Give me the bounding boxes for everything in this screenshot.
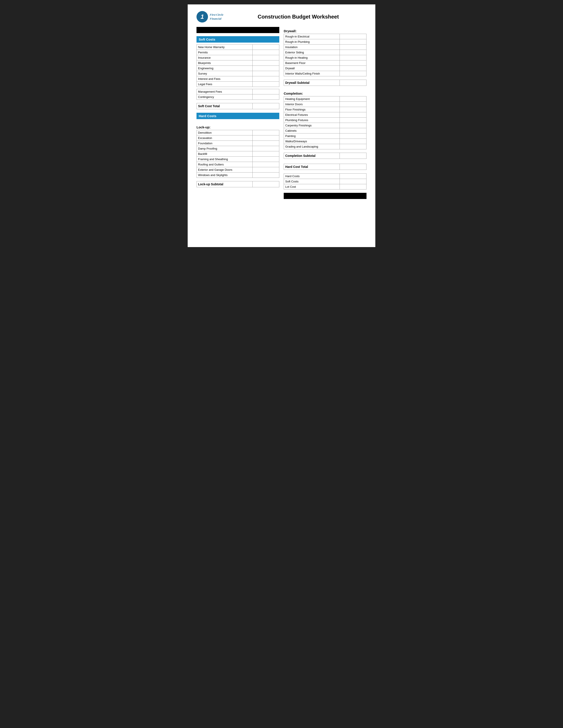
table-row: Excavation <box>196 135 279 141</box>
item-label: Backfill <box>197 151 252 156</box>
item-value[interactable] <box>340 55 366 60</box>
completion-subtotal-label: Completion Subtotal <box>284 153 340 159</box>
drywall-items: Rough-in ElectricalRough-in PlumbingInsu… <box>284 34 367 76</box>
item-value[interactable] <box>340 139 366 144</box>
item-value[interactable] <box>340 50 366 55</box>
item-value[interactable] <box>252 89 279 94</box>
completion-subtotal-value[interactable] <box>340 153 366 159</box>
item-value[interactable] <box>252 162 279 167</box>
table-row: Drywall <box>284 66 367 71</box>
item-label: Carpentry Finishings <box>284 123 340 128</box>
item-value[interactable] <box>340 118 366 123</box>
item-label: Exterior Siding <box>284 50 340 55</box>
page: 1 First Circle Financial Construction Bu… <box>188 4 375 247</box>
item-value[interactable] <box>340 128 366 133</box>
item-value[interactable] <box>340 71 366 76</box>
table-row: Permits <box>196 50 279 55</box>
item-value[interactable] <box>340 179 366 184</box>
item-label: Legal Fees <box>197 82 252 87</box>
drywall-subtotal-label: Drywall Subtotal <box>284 80 340 86</box>
table-row: Engineering <box>196 66 279 71</box>
lockup-subtotal-row: Lock-up Subtotal <box>196 181 279 187</box>
logo-number: 1 <box>200 13 204 20</box>
item-label: Interior Doors <box>284 102 340 107</box>
item-value[interactable] <box>252 66 279 71</box>
table-row: Windows and Skylights <box>196 172 279 178</box>
item-value[interactable] <box>252 82 279 87</box>
item-value[interactable] <box>252 45 279 50</box>
item-value[interactable] <box>340 60 366 66</box>
table-row: Soft Costs <box>284 179 367 184</box>
table-row: Electrical Fixtures <box>284 112 367 118</box>
drywall-subtotal-value[interactable] <box>340 80 366 86</box>
item-value[interactable] <box>252 130 279 135</box>
completion-items: Heating EquipmentInterior DoorsFloor Fin… <box>284 96 367 149</box>
item-label: Heating Equipment <box>284 96 340 101</box>
lockup-subtitle: Lock-up: <box>196 125 279 129</box>
item-value[interactable] <box>252 135 279 141</box>
table-row: Blueprints <box>196 60 279 66</box>
lockup-subtotal-value[interactable] <box>252 181 279 187</box>
item-value[interactable] <box>252 60 279 66</box>
completion-subtotal-row: Completion Subtotal <box>284 153 367 159</box>
item-label: Roofing and Gutters <box>197 162 252 167</box>
item-label: Management Fees <box>197 89 252 94</box>
table-row: Floor Finishings <box>284 107 367 112</box>
item-label: Soft Costs <box>284 179 340 184</box>
summary-items: Hard CostsSoft CostsLot Cost <box>284 173 367 190</box>
item-value[interactable] <box>252 173 279 178</box>
item-value[interactable] <box>340 184 366 189</box>
item-label: Permits <box>197 50 252 55</box>
table-row: Insulation <box>284 44 367 50</box>
header: 1 First Circle Financial Construction Bu… <box>196 11 367 23</box>
item-label: Demolition <box>197 130 252 135</box>
item-value[interactable] <box>252 167 279 172</box>
item-label: Insurance <box>197 55 252 60</box>
item-value[interactable] <box>252 50 279 55</box>
item-label: Windows and Skylights <box>197 173 252 178</box>
item-value[interactable] <box>340 102 366 107</box>
item-value[interactable] <box>252 141 279 146</box>
hard-cost-total-label: Hard Cost Total <box>284 164 340 170</box>
item-value[interactable] <box>340 34 366 39</box>
table-row: Contingency <box>196 94 279 100</box>
item-value[interactable] <box>252 94 279 99</box>
table-row: Framing and Sheathing <box>196 156 279 162</box>
item-label: Interior Walls/Ceiling Finish <box>284 71 340 76</box>
item-value[interactable] <box>340 96 366 101</box>
soft-cost-total-row: Soft Cost Total <box>196 103 279 109</box>
item-value[interactable] <box>340 144 366 149</box>
table-row: Exterior Siding <box>284 50 367 55</box>
item-value[interactable] <box>340 133 366 139</box>
item-value[interactable] <box>340 66 366 71</box>
item-label: Exterior and Garage Doors <box>197 167 252 172</box>
soft-cost-total-label: Soft Cost Total <box>197 103 252 109</box>
item-value[interactable] <box>252 71 279 76</box>
item-value[interactable] <box>252 55 279 60</box>
item-value[interactable] <box>340 174 366 179</box>
item-value[interactable] <box>340 123 366 128</box>
hard-cost-total-value[interactable] <box>340 164 366 170</box>
item-value[interactable] <box>340 112 366 117</box>
item-value[interactable] <box>252 151 279 156</box>
black-bar-bottom-right <box>284 193 367 199</box>
item-value[interactable] <box>252 146 279 151</box>
right-column: Drywall: Rough-in ElectricalRough-in Plu… <box>284 27 367 199</box>
item-value[interactable] <box>340 107 366 112</box>
table-row: Rough-in Plumbing <box>284 39 367 45</box>
table-row: Management Fees <box>196 89 279 94</box>
table-row: Carpentry Finishings <box>284 123 367 128</box>
item-label: Framing and Sheathing <box>197 157 252 162</box>
item-value[interactable] <box>252 157 279 162</box>
item-value[interactable] <box>340 45 366 50</box>
item-label: Rough-in Plumbing <box>284 39 340 44</box>
item-value[interactable] <box>340 39 366 44</box>
soft-cost-total-value[interactable] <box>252 103 279 109</box>
table-row: Legal Fees <box>196 81 279 87</box>
item-value[interactable] <box>252 76 279 81</box>
table-row: Insurance <box>196 55 279 60</box>
item-label: Painting <box>284 133 340 139</box>
item-label: Grading and Landscaping <box>284 144 340 149</box>
table-row: Roofing and Gutters <box>196 162 279 167</box>
item-label: Blueprints <box>197 60 252 66</box>
